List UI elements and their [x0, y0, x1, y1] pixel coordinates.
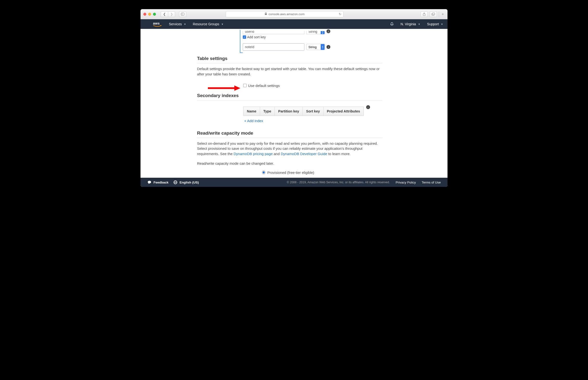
add-sort-key-row: ✓ Add sort key: [243, 35, 382, 39]
nav-region-label: N. Virginia: [401, 22, 416, 26]
dynamodb-pricing-link[interactable]: DynamoDB pricing page: [234, 152, 273, 156]
browser-window: ❮ ❯ console.aws.amazon.com ↻ + aws: [141, 9, 447, 187]
page-content: userId String ▲▼ i ✓ Add sort key Strin: [141, 29, 447, 178]
col-type: Type: [260, 107, 275, 115]
nav-resource-groups[interactable]: Resource Groups ▼: [193, 22, 224, 26]
add-index-link[interactable]: + Add index: [244, 119, 364, 123]
svg-text:aws: aws: [153, 21, 160, 25]
info-icon[interactable]: i: [326, 29, 330, 33]
info-icon[interactable]: i: [366, 105, 370, 109]
address-bar[interactable]: console.aws.amazon.com ↻: [226, 11, 344, 17]
titlebar: ❮ ❯ console.aws.amazon.com ↻ +: [141, 9, 447, 19]
url-text: console.aws.amazon.com: [268, 12, 304, 16]
sort-key-row: String ▲▼ i: [243, 43, 382, 51]
chevron-down-icon: ▼: [441, 23, 443, 25]
share-button[interactable]: [421, 11, 428, 17]
col-sort-key: Sort key: [303, 107, 323, 115]
chevron-down-icon: ▼: [418, 23, 420, 25]
select-arrows-icon: ▲▼: [321, 44, 324, 50]
minimize-window-button[interactable]: [148, 13, 151, 16]
privacy-policy-link[interactable]: Privacy Policy: [395, 181, 416, 184]
secondary-indexes-heading: Secondary indexes: [197, 93, 382, 100]
partition-key-row: userId String ▲▼ i: [243, 31, 382, 34]
lock-icon: [265, 12, 267, 16]
add-sort-key-label: Add sort key: [247, 35, 266, 39]
chevron-down-icon: ▼: [184, 23, 186, 25]
col-partition-key: Partition key: [275, 107, 303, 115]
feedback-link[interactable]: Feedback: [154, 181, 168, 184]
secondary-indexes-table: Name Type Partition key Sort key Project…: [243, 107, 364, 123]
reload-icon[interactable]: ↻: [339, 12, 341, 16]
capacity-provisioned-option[interactable]: Provisioned (free-tier eligible): [262, 171, 382, 175]
back-button[interactable]: ❮: [161, 11, 168, 17]
nav-region[interactable]: N. Virginia ▼: [401, 22, 420, 26]
aws-footer: Feedback English (US) © 2008 - 2019, Ama…: [141, 178, 447, 187]
add-sort-key-checkbox[interactable]: ✓: [243, 35, 246, 39]
svg-rect-2: [265, 14, 267, 15]
partition-key-input[interactable]: userId: [243, 31, 304, 34]
fullscreen-window-button[interactable]: [153, 13, 156, 16]
nav-services-label: Services: [169, 22, 182, 26]
nav-support[interactable]: Support ▼: [427, 22, 443, 26]
sort-key-input[interactable]: [243, 43, 304, 51]
window-controls: [143, 13, 156, 16]
radio-button[interactable]: [262, 171, 265, 174]
svg-rect-0: [181, 13, 184, 15]
svg-point-11: [148, 181, 151, 184]
capacity-mode-desc: Select on-demand if you want to pay only…: [197, 141, 382, 156]
sidebar-toggle-button[interactable]: [179, 11, 186, 17]
new-tab-button[interactable]: +: [439, 11, 445, 17]
nav-support-label: Support: [427, 22, 439, 26]
select-arrows-icon: ▲▼: [321, 31, 324, 34]
close-window-button[interactable]: [143, 13, 146, 16]
info-icon[interactable]: i: [326, 45, 330, 49]
col-projected-attributes: Projected Attributes: [324, 107, 364, 115]
tabs-button[interactable]: [430, 11, 437, 17]
capacity-provisioned-label: Provisioned (free-tier eligible): [267, 171, 314, 175]
table-settings-desc: Default settings provide the fastest way…: [197, 66, 382, 77]
feedback-icon: [147, 180, 152, 185]
col-name: Name: [244, 107, 260, 115]
use-default-settings-row: Use default settings: [243, 84, 382, 88]
use-default-settings-checkbox[interactable]: [243, 84, 247, 87]
svg-rect-6: [432, 13, 435, 15]
nav-services[interactable]: Services ▼: [169, 22, 186, 26]
capacity-mode-heading: Read/write capacity mode: [197, 131, 382, 138]
use-default-settings-label: Use default settings: [248, 84, 280, 88]
annotation-arrow: [207, 85, 240, 91]
nav-resource-groups-label: Resource Groups: [193, 22, 219, 26]
forward-button[interactable]: ❯: [168, 11, 175, 17]
aws-top-nav: aws Services ▼ Resource Groups ▼ N. Virg…: [141, 19, 447, 29]
aws-logo[interactable]: aws: [153, 21, 162, 27]
copyright-text: © 2008 - 2019, Amazon Web Services, Inc.…: [287, 181, 390, 184]
chevron-down-icon: ▼: [221, 23, 224, 25]
secondary-indexes-header-row: Name Type Partition key Sort key Project…: [243, 107, 364, 116]
table-settings-heading: Table settings: [197, 56, 382, 63]
capacity-change-later: Read/write capacity mode can be changed …: [197, 161, 382, 166]
nav-back-forward: ❮ ❯: [161, 11, 175, 17]
globe-icon: [173, 180, 178, 185]
language-link[interactable]: English (US): [179, 181, 199, 184]
notifications-button[interactable]: [390, 22, 394, 26]
dynamodb-guide-link[interactable]: DynamoDB Developer Guide: [281, 152, 327, 156]
svg-marker-10: [234, 85, 240, 91]
terms-of-use-link[interactable]: Terms of Use: [422, 181, 441, 184]
